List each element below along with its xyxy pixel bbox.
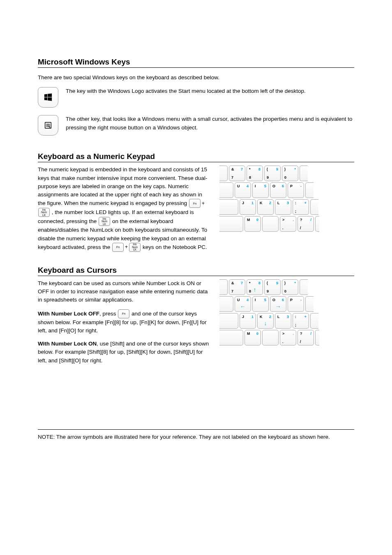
keycap: L3 — [275, 199, 291, 215]
keycap — [219, 279, 228, 295]
keycap — [262, 330, 279, 345]
keycap — [310, 313, 318, 329]
keycap: L3 — [275, 313, 291, 329]
section-heading-windows-keys: Microsoft Windows Keys — [38, 58, 354, 68]
numeric-keypad-illustration: &77*88(99)0*U4I5O6P-J1K2L3:;+M0>..?// — [219, 166, 342, 232]
section-heading-numeric-keypad: Keyboard as a Numeric Keypad — [38, 152, 354, 162]
keycap — [305, 296, 314, 312]
fn-key-inline-icon-3: Fn — [118, 309, 129, 318]
keycap: ?// — [297, 330, 314, 345]
fn-key-inline-icon: Fn — [189, 199, 201, 208]
keycap: O6→ — [270, 296, 286, 312]
keycap — [315, 330, 319, 345]
keycap — [300, 279, 308, 295]
keycap: I5 — [252, 296, 269, 312]
keycap: U4 — [235, 182, 251, 198]
keycap: :;+ — [293, 199, 309, 215]
keycap: J1 — [240, 199, 256, 215]
keycap: K2↓ — [257, 313, 274, 329]
keycap — [315, 216, 319, 232]
keycap: *88 — [247, 166, 263, 181]
keycap: ?// — [297, 216, 314, 232]
keycap: J1 — [240, 313, 256, 329]
keycap: M0 — [244, 216, 261, 232]
keycap: )0* — [282, 166, 298, 181]
keycap: :;+ — [293, 313, 309, 329]
keycap — [262, 216, 279, 232]
keycap: I5 — [252, 182, 269, 198]
keycap: >.. — [280, 216, 296, 232]
keycap: (99 — [264, 166, 281, 181]
keycap — [219, 313, 238, 329]
numlk-key-inline-icon-3: InsNum LK — [129, 243, 141, 252]
keycap: O6 — [270, 182, 286, 198]
keycap: P- — [288, 182, 304, 198]
keycap: U4← — [235, 296, 251, 312]
keycap — [219, 216, 243, 232]
keycap — [310, 199, 318, 215]
windows-logo-key-icon — [38, 87, 58, 108]
context-menu-key-icon — [38, 115, 58, 136]
cursor-keypad-illustration: &77*88↑(99)0*U4←I5O6→P-J1K2↓L3:;+M0>..?/… — [219, 279, 342, 345]
keycap — [219, 182, 233, 198]
keycap: )0* — [282, 279, 298, 295]
numlk-key-inline-icon: InsNum LK — [38, 208, 50, 217]
keycap: &77 — [229, 279, 245, 295]
keycap — [219, 330, 243, 345]
section-heading-keyboard-cursors: Keyboard as Cursors — [38, 266, 354, 276]
fn-key-inline-icon-2: Fn — [112, 243, 124, 252]
keycap — [219, 166, 228, 181]
keycap — [300, 166, 308, 181]
keycap — [305, 182, 314, 198]
keycap: K2 — [257, 199, 274, 215]
keyboard-cursors-paragraph: The keyboard can be used as cursors whil… — [38, 279, 210, 365]
numeric-keypad-paragraph: The numeric keypad is embedded in the ke… — [38, 166, 210, 252]
keycap: *88↑ — [247, 279, 263, 295]
keycap: P- — [288, 296, 304, 312]
windows-logo-key-text: The key with the Windows Logo activates … — [66, 87, 306, 95]
context-menu-key-text: The other key, that looks like a Windows… — [66, 115, 354, 132]
keycap: M0 — [244, 330, 261, 345]
keycap: (99 — [264, 279, 281, 295]
keycap — [219, 296, 233, 312]
keycap: &77 — [229, 166, 245, 181]
windows-keys-intro: There are two special Windows keys on th… — [38, 74, 354, 82]
numlk-key-inline-icon-2: InsNum LK — [99, 217, 110, 226]
keycap — [219, 199, 238, 215]
keycap: >.. — [280, 330, 296, 345]
footer-note: NOTE: The arrow symbols are illustrated … — [38, 429, 354, 440]
